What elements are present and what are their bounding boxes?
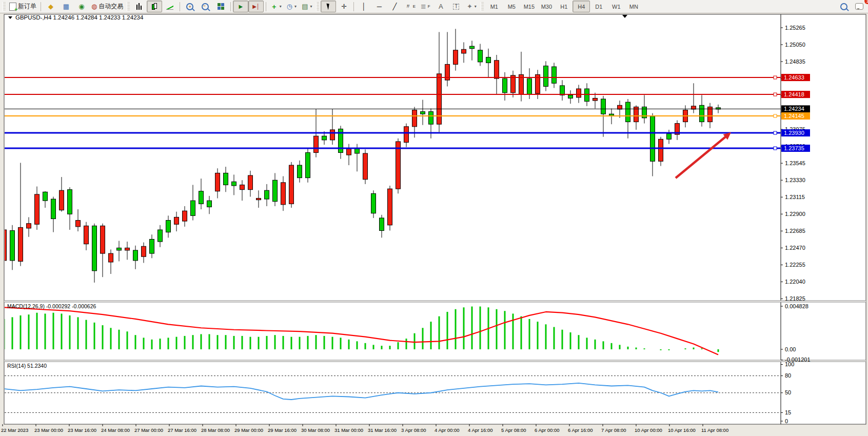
line-handle[interactable] bbox=[774, 76, 777, 79]
candle bbox=[552, 67, 557, 83]
cursor-tool-button[interactable] bbox=[321, 1, 336, 12]
chart-window[interactable]: 1.252651.250501.248351.246201.244051.241… bbox=[0, 13, 868, 436]
candle bbox=[298, 165, 302, 178]
candle bbox=[76, 221, 81, 227]
broom-icon: ◆ bbox=[48, 3, 53, 10]
shapes-button[interactable]: ✦▾ bbox=[464, 1, 479, 12]
time-axis-label: 28 Mar 08:00 bbox=[201, 427, 230, 433]
candle bbox=[101, 226, 105, 253]
text-tool-button[interactable]: A bbox=[433, 1, 448, 12]
chart-shift-button[interactable]: ▶│ bbox=[248, 1, 264, 12]
price-axis-label: 1.22900 bbox=[785, 211, 805, 217]
time-axis-label: 7 Apr 08:00 bbox=[601, 427, 626, 433]
candle bbox=[478, 50, 483, 62]
time-axis-label: 24 Mar 08:00 bbox=[101, 427, 130, 433]
time-axis-label: 27 Mar 16:00 bbox=[168, 427, 196, 433]
autotrading-button[interactable]: ◍ 自动交易 bbox=[89, 1, 125, 12]
candle bbox=[585, 89, 589, 102]
signal-icon: ◉ bbox=[78, 3, 84, 10]
price-badge-label: 1.23735 bbox=[784, 145, 804, 151]
channel-tool-button[interactable]: 〃E bbox=[402, 1, 418, 12]
time-axis-label: 3 Apr 08:00 bbox=[401, 427, 426, 433]
line-handle[interactable] bbox=[774, 147, 777, 150]
timeframe-H4[interactable]: H4 bbox=[573, 1, 590, 12]
line-handle[interactable] bbox=[774, 93, 777, 96]
auto-scroll-icon: ▶ bbox=[239, 4, 243, 9]
timeframe-bar: M1M5M15M30H1H4D1W1MN bbox=[485, 1, 642, 12]
candle bbox=[232, 182, 236, 186]
cursor-icon bbox=[326, 3, 330, 10]
vline-tool-button[interactable]: │ bbox=[356, 1, 371, 12]
timeframe-MN[interactable]: MN bbox=[625, 1, 642, 12]
timeframe-M1[interactable]: M1 bbox=[485, 1, 503, 12]
candle bbox=[174, 217, 179, 224]
candle bbox=[257, 199, 261, 200]
new-order-button[interactable]: 新订单 bbox=[7, 1, 38, 12]
time-axis-label: 10 Apr 00:00 bbox=[635, 427, 662, 433]
candle bbox=[412, 110, 417, 127]
price-axis-label: 1.23330 bbox=[785, 177, 805, 183]
candle bbox=[380, 218, 384, 231]
terminal-button[interactable]: ▦ bbox=[58, 1, 74, 12]
price-badge-label: 1.24633 bbox=[784, 74, 804, 81]
channel-icon: 〃 bbox=[405, 3, 411, 10]
autotrading-icon: ◍ bbox=[91, 3, 97, 10]
candlestick-chart-button[interactable] bbox=[147, 1, 162, 12]
candle bbox=[240, 185, 245, 189]
candle bbox=[363, 153, 368, 180]
candle bbox=[404, 127, 409, 143]
chart-canvas[interactable]: 1.252651.250501.248351.246201.244051.241… bbox=[0, 13, 868, 436]
label-tool-button[interactable]: T bbox=[448, 1, 464, 12]
candle bbox=[27, 224, 31, 228]
line-handle[interactable] bbox=[774, 131, 777, 134]
zoom-out-button[interactable]: − bbox=[198, 1, 213, 12]
fibonacci-tool-button[interactable]: ≣F bbox=[418, 1, 433, 12]
crosshair-tool-button[interactable]: ✛ bbox=[336, 1, 351, 12]
timeframe-M30[interactable]: M30 bbox=[538, 1, 555, 12]
timeframe-M15[interactable]: M15 bbox=[520, 1, 538, 12]
search-icon bbox=[840, 3, 847, 10]
auto-scroll-button[interactable]: ▶ bbox=[233, 1, 248, 12]
bar-chart-button[interactable] bbox=[131, 1, 147, 12]
hline-tool-button[interactable]: ─ bbox=[371, 1, 387, 12]
price-badge-label: 1.24145 bbox=[784, 113, 804, 119]
line-chart-button[interactable] bbox=[162, 1, 177, 12]
candle bbox=[330, 130, 335, 140]
line-handle[interactable] bbox=[774, 114, 777, 117]
periods-button[interactable]: ◷▾ bbox=[284, 1, 299, 12]
cleanup-button[interactable]: ◆ bbox=[43, 1, 58, 12]
price-axis-label: 1.23115 bbox=[785, 194, 805, 200]
search-button[interactable] bbox=[836, 1, 852, 12]
notifications-button[interactable]: 1 bbox=[852, 1, 867, 12]
templates-button[interactable]: ▤▾ bbox=[299, 1, 314, 12]
candle bbox=[215, 173, 220, 191]
candle bbox=[142, 246, 146, 256]
rsi-axis-label: 15 bbox=[785, 409, 791, 415]
candle bbox=[314, 136, 319, 152]
time-axis-label: 31 Mar 16:00 bbox=[368, 427, 397, 433]
time-axis-label: 5 Apr 08:00 bbox=[501, 427, 526, 433]
timeframe-W1[interactable]: W1 bbox=[607, 1, 625, 12]
zoom-in-button[interactable]: ＋ bbox=[182, 1, 198, 12]
timeframe-M5[interactable]: M5 bbox=[503, 1, 520, 12]
macd-axis-label: 0.004828 bbox=[785, 303, 808, 309]
timeframe-D1[interactable]: D1 bbox=[590, 1, 607, 12]
trendline-tool-button[interactable]: ╱ bbox=[387, 1, 402, 12]
price-badge-label: 1.24234 bbox=[784, 106, 804, 112]
timeframe-H1[interactable]: H1 bbox=[555, 1, 573, 12]
signals-button[interactable]: ◉ bbox=[74, 1, 89, 12]
indicators-button[interactable]: ＋▾ bbox=[268, 1, 284, 12]
time-axis-label: 23 Mar 00:00 bbox=[34, 427, 63, 433]
candle bbox=[133, 250, 138, 261]
tile-windows-button[interactable] bbox=[213, 1, 228, 12]
time-axis-label: 31 Mar 00:00 bbox=[334, 427, 363, 433]
time-axis-label: 10 Apr 16:00 bbox=[668, 427, 696, 433]
time-axis-label: 6 Apr 16:00 bbox=[568, 427, 593, 433]
candle bbox=[183, 211, 187, 221]
candle bbox=[158, 230, 163, 242]
toolbar-grip bbox=[3, 2, 6, 11]
candle bbox=[60, 190, 64, 210]
candle bbox=[92, 226, 97, 271]
notification-badge: 1 bbox=[864, 0, 868, 4]
price-axis-label: 1.25265 bbox=[785, 25, 805, 31]
